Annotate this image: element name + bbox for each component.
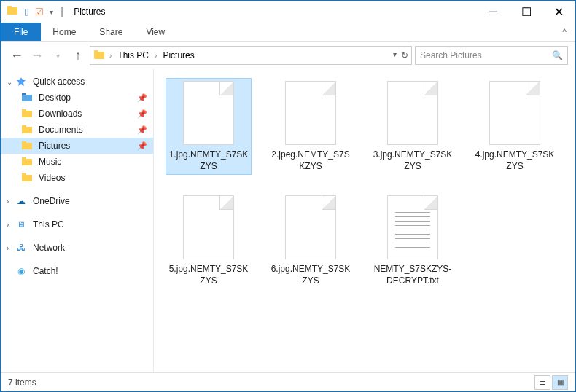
blank-file-icon — [285, 195, 336, 259]
file-item[interactable]: 5.jpg.NEMTY_S7SKZYS — [166, 192, 252, 289]
back-button[interactable]: ← — [8, 47, 26, 64]
file-item[interactable]: 2.jpeg.NEMTY_S7SKZYS — [268, 78, 354, 175]
expand-icon[interactable]: › — [7, 221, 9, 229]
file-item[interactable]: 4.jpg.NEMTY_S7SKZYS — [472, 78, 558, 175]
arrow-up-icon: ↑ — [75, 48, 82, 63]
file-tab[interactable]: File — [1, 23, 41, 41]
svg-marker-4 — [17, 77, 26, 86]
pin-icon: 📌 — [137, 93, 147, 103]
svg-rect-7 — [22, 111, 32, 117]
breadcrumb-pictures[interactable]: Pictures — [161, 50, 195, 60]
svg-rect-13 — [22, 159, 32, 165]
sidebar-label: Desktop — [39, 93, 71, 103]
file-name: 1.jpg.NEMTY_S7SKZYS — [168, 149, 249, 172]
expand-icon[interactable]: ⌄ — [7, 78, 12, 86]
close-button[interactable]: ✕ — [542, 1, 575, 23]
window-controls: ─ ☐ ✕ — [477, 1, 575, 23]
refresh-icon[interactable]: ↻ — [401, 50, 408, 60]
folder-icon — [21, 140, 33, 152]
blank-file-icon — [387, 81, 438, 145]
sidebar-item-music[interactable]: Music — [1, 154, 153, 170]
qat-dropdown-icon[interactable]: ▾ — [50, 8, 53, 16]
sidebar-item-pictures[interactable]: Pictures📌 — [1, 138, 153, 154]
search-icon: 🔍 — [552, 50, 563, 60]
svg-rect-3 — [94, 50, 98, 53]
sidebar-onedrive[interactable]: › ☁ OneDrive — [1, 193, 153, 209]
qat-checkbox-icon[interactable]: ☑ — [35, 7, 44, 17]
svg-rect-14 — [22, 157, 26, 160]
file-item[interactable]: NEMTY_S7SKZYS-DECRYPT.txt — [370, 192, 456, 289]
folder-icon — [21, 172, 33, 184]
blank-file-icon — [183, 81, 234, 145]
sidebar-item-documents[interactable]: Documents📌 — [1, 122, 153, 138]
text-file-icon — [387, 195, 438, 259]
sidebar-label: Music — [39, 157, 61, 167]
arrow-left-icon: ← — [10, 48, 23, 63]
folder-app-icon — [7, 4, 18, 19]
ribbon-tabs: File Home Share View ^ — [1, 23, 575, 42]
sidebar-network[interactable]: › 🖧 Network — [1, 240, 153, 256]
sidebar-quick-access[interactable]: ⌄ Quick access — [1, 74, 153, 90]
pin-icon: 📌 — [137, 125, 147, 135]
search-input[interactable]: Search Pictures 🔍 — [415, 46, 568, 65]
file-name: NEMTY_S7SKZYS-DECRYPT.txt — [373, 264, 453, 286]
svg-rect-11 — [22, 143, 32, 149]
title-separator: | — [61, 5, 63, 18]
sidebar-this-pc[interactable]: › 🖥 This PC — [1, 216, 153, 232]
item-count: 7 items — [8, 377, 36, 388]
expand-icon[interactable]: › — [7, 197, 9, 205]
sidebar-item-desktop[interactable]: Desktop📌 — [1, 90, 153, 106]
arrow-right-icon: → — [31, 48, 44, 63]
file-item[interactable]: 6.jpg.NEMTY_S7SKZYS — [268, 192, 354, 289]
folder-icon — [21, 92, 33, 103]
recent-dropdown[interactable]: ▾ — [49, 47, 66, 64]
svg-rect-5 — [22, 95, 32, 101]
file-name: 6.jpg.NEMTY_S7SKZYS — [271, 264, 351, 286]
file-name: 2.jpeg.NEMTY_S7SKZYS — [271, 149, 351, 172]
up-button[interactable]: ↑ — [69, 47, 87, 64]
files-pane[interactable]: 1.jpg.NEMTY_S7SKZYS2.jpeg.NEMTY_S7SKZYS3… — [154, 69, 575, 372]
content-area: ⌄ Quick access Desktop📌 Downloads📌 Docum… — [1, 69, 575, 372]
sidebar-label: Network — [33, 243, 65, 253]
breadcrumb-this-pc[interactable]: This PC — [116, 50, 150, 60]
tab-view[interactable]: View — [134, 23, 176, 41]
pin-icon: 📌 — [137, 109, 147, 119]
blank-file-icon — [285, 81, 336, 145]
minimize-button[interactable]: ─ — [477, 1, 510, 23]
svg-rect-9 — [22, 127, 32, 133]
status-bar: 7 items ≣ ▦ — [1, 372, 575, 391]
svg-rect-12 — [22, 141, 26, 144]
svg-rect-1 — [7, 6, 12, 9]
tab-home[interactable]: Home — [41, 23, 87, 41]
sidebar-label: Quick access — [33, 77, 85, 87]
maximize-button[interactable]: ☐ — [510, 1, 542, 23]
file-name: 3.jpg.NEMTY_S7SKZYS — [373, 149, 453, 172]
expand-icon[interactable]: › — [7, 244, 9, 252]
catch-icon: ◉ — [15, 265, 27, 277]
sidebar-catch[interactable]: ◉ Catch! — [1, 263, 153, 279]
icons-view-button[interactable]: ▦ — [552, 375, 568, 390]
title-bar: ▯ ☑ ▾ | Pictures ─ ☐ ✕ — [1, 1, 575, 23]
folder-icon — [21, 124, 33, 136]
svg-rect-8 — [22, 109, 26, 111]
file-item[interactable]: 1.jpg.NEMTY_S7SKZYS — [166, 78, 252, 175]
view-switcher: ≣ ▦ — [534, 375, 568, 390]
forward-button[interactable]: → — [28, 47, 46, 64]
window-title: Pictures — [74, 7, 105, 17]
address-bar[interactable]: › This PC › Pictures ▾ ↻ — [90, 46, 412, 65]
sidebar-label: Documents — [39, 125, 83, 135]
sidebar-item-videos[interactable]: Videos — [1, 170, 153, 186]
file-item[interactable]: 3.jpg.NEMTY_S7SKZYS — [370, 78, 456, 175]
tab-share[interactable]: Share — [87, 23, 134, 41]
ribbon-expand-icon[interactable]: ^ — [553, 23, 575, 41]
qat-item-1[interactable]: ▯ — [24, 7, 29, 17]
svg-rect-6 — [22, 93, 26, 95]
star-icon — [15, 76, 27, 87]
details-view-button[interactable]: ≣ — [534, 375, 550, 390]
svg-rect-15 — [22, 175, 32, 181]
address-dropdown-icon[interactable]: ▾ — [393, 50, 397, 60]
sidebar-label: Catch! — [33, 266, 58, 276]
sidebar-label: Videos — [39, 173, 65, 183]
chevron-down-icon: ▾ — [56, 52, 60, 60]
sidebar-item-downloads[interactable]: Downloads📌 — [1, 106, 153, 122]
